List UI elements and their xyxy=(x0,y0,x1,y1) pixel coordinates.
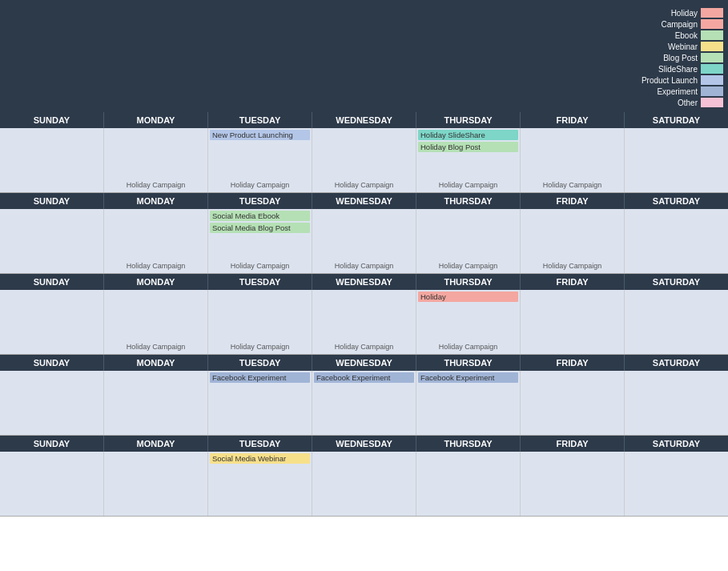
day-cell-0-1: Holiday Campaign xyxy=(104,128,208,192)
bottom-label: Holiday Campaign xyxy=(314,262,414,270)
legend-item: Other xyxy=(642,98,723,107)
event-tag: Social Media Blog Post xyxy=(210,223,310,233)
day-cell-0-5: Holiday Campaign xyxy=(521,128,625,192)
week-4: SUNDAYMONDAYTUESDAYWEDNESDAYTHURSDAYFRID… xyxy=(0,436,728,517)
day-cell-0-6 xyxy=(625,128,728,192)
day-header: TUESDAY xyxy=(208,193,312,209)
day-cell-2-6 xyxy=(625,290,728,354)
day-cell-3-0 xyxy=(0,371,104,435)
week-cells-2: Holiday CampaignHoliday CampaignHoliday … xyxy=(0,290,728,354)
day-header: MONDAY xyxy=(104,355,208,371)
day-cell-4-0 xyxy=(0,452,104,516)
day-cell-1-6 xyxy=(625,209,728,273)
calendar-container: HolidayCampaignEbookWebinarBlog PostSlid… xyxy=(0,0,728,571)
day-cell-4-5 xyxy=(521,452,625,516)
event-tag: Social Media Webinar xyxy=(210,453,310,464)
bottom-label: Holiday Campaign xyxy=(210,181,310,189)
header: HolidayCampaignEbookWebinarBlog PostSlid… xyxy=(0,0,728,112)
day-cell-1-3: Holiday Campaign xyxy=(312,209,416,273)
bottom-label: Holiday Campaign xyxy=(106,262,206,270)
event-tag: Holiday SlideShare xyxy=(418,130,518,140)
day-header: SATURDAY xyxy=(625,112,728,128)
week-cells-4: Social Media Webinar xyxy=(0,452,728,516)
event-tag: Holiday xyxy=(418,292,518,302)
day-header: THURSDAY xyxy=(416,355,521,371)
legend: HolidayCampaignEbookWebinarBlog PostSlid… xyxy=(632,0,728,112)
legend-item: Campaign xyxy=(642,19,723,29)
week-header-2: SUNDAYMONDAYTUESDAYWEDNESDAYTHURSDAYFRID… xyxy=(0,274,728,290)
legend-label: Other xyxy=(678,99,698,107)
week-0: SUNDAYMONDAYTUESDAYWEDNESDAYTHURSDAYFRID… xyxy=(0,112,728,193)
day-header: FRIDAY xyxy=(521,355,625,371)
legend-label: Webinar xyxy=(668,42,698,51)
week-header-3: SUNDAYMONDAYTUESDAYWEDNESDAYTHURSDAYFRID… xyxy=(0,355,728,371)
day-cell-0-0 xyxy=(0,128,104,192)
day-cell-3-5 xyxy=(521,371,625,435)
day-header: MONDAY xyxy=(104,112,208,128)
day-cell-2-1: Holiday Campaign xyxy=(104,290,208,354)
day-header: WEDNESDAY xyxy=(312,112,416,128)
day-header: SUNDAY xyxy=(0,436,104,452)
legend-label: Blog Post xyxy=(663,54,698,62)
day-cell-2-5 xyxy=(521,290,625,354)
bottom-label: Holiday Campaign xyxy=(106,343,206,351)
bottom-label: Holiday Campaign xyxy=(210,343,310,351)
week-header-1: SUNDAYMONDAYTUESDAYWEDNESDAYTHURSDAYFRID… xyxy=(0,193,728,209)
day-cell-3-6 xyxy=(625,371,728,435)
legend-swatch xyxy=(701,98,723,107)
day-cell-4-3 xyxy=(312,452,416,516)
event-tag: Holiday Blog Post xyxy=(418,142,518,152)
legend-label: Experiment xyxy=(657,87,698,96)
legend-swatch xyxy=(701,42,723,51)
week-2: SUNDAYMONDAYTUESDAYWEDNESDAYTHURSDAYFRID… xyxy=(0,274,728,355)
bottom-label: Holiday Campaign xyxy=(522,262,622,270)
day-header: MONDAY xyxy=(104,193,208,209)
day-header: WEDNESDAY xyxy=(312,355,416,371)
day-cell-3-4: Facebook Experiment xyxy=(416,371,521,435)
legend-swatch xyxy=(701,86,723,96)
day-header: SATURDAY xyxy=(625,436,728,452)
day-header: SUNDAY xyxy=(0,355,104,371)
day-header: WEDNESDAY xyxy=(312,436,416,452)
day-header: THURSDAY xyxy=(416,274,521,290)
legend-swatch xyxy=(701,64,723,74)
day-cell-3-2: Facebook Experiment xyxy=(208,371,312,435)
title-area xyxy=(0,0,632,112)
legend-item: Webinar xyxy=(642,42,723,51)
day-header: FRIDAY xyxy=(521,112,625,128)
day-header: TUESDAY xyxy=(208,355,312,371)
day-cell-4-4 xyxy=(416,452,521,516)
legend-swatch xyxy=(701,30,723,40)
bottom-label: Holiday Campaign xyxy=(314,343,414,351)
day-cell-4-6 xyxy=(625,452,728,516)
legend-item: Blog Post xyxy=(642,53,723,62)
day-cell-2-3: Holiday Campaign xyxy=(312,290,416,354)
legend-label: Product Launch xyxy=(642,76,698,85)
week-1: SUNDAYMONDAYTUESDAYWEDNESDAYTHURSDAYFRID… xyxy=(0,193,728,274)
bottom-label: Holiday Campaign xyxy=(522,181,622,189)
legend-item: Ebook xyxy=(642,30,723,40)
legend-swatch xyxy=(701,19,723,29)
event-tag: Facebook Experiment xyxy=(314,372,414,383)
legend-swatch xyxy=(701,53,723,62)
event-tag: Facebook Experiment xyxy=(210,372,310,383)
day-header: THURSDAY xyxy=(416,112,521,128)
day-cell-3-1 xyxy=(104,371,208,435)
day-header: WEDNESDAY xyxy=(312,193,416,209)
legend-label: Ebook xyxy=(675,31,698,40)
bottom-label: Holiday Campaign xyxy=(418,181,518,189)
day-cell-2-4: HolidayHoliday Campaign xyxy=(416,290,521,354)
day-header: MONDAY xyxy=(104,274,208,290)
day-cell-1-4: Holiday Campaign xyxy=(416,209,521,273)
legend-swatch xyxy=(701,75,723,85)
event-tag: New Product Launching xyxy=(210,130,310,140)
week-3: SUNDAYMONDAYTUESDAYWEDNESDAYTHURSDAYFRID… xyxy=(0,355,728,436)
day-header: MONDAY xyxy=(104,436,208,452)
bottom-label: Holiday Campaign xyxy=(418,262,518,270)
day-header: FRIDAY xyxy=(521,274,625,290)
bottom-label: Holiday Campaign xyxy=(210,262,310,270)
day-cell-0-4: Holiday SlideShareHoliday Blog PostHolid… xyxy=(416,128,521,192)
event-tag: Facebook Experiment xyxy=(418,372,518,383)
day-header: TUESDAY xyxy=(208,112,312,128)
day-cell-0-2: New Product LaunchingHoliday Campaign xyxy=(208,128,312,192)
